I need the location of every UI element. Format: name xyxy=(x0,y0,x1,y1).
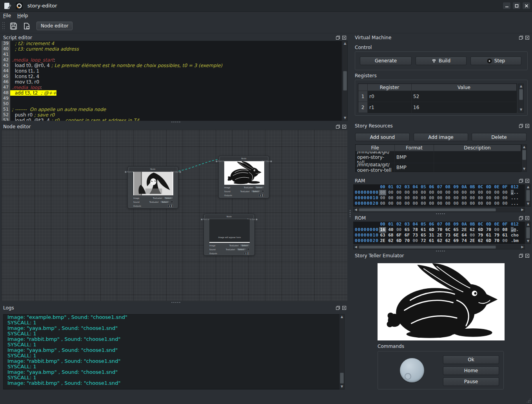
hex-byte[interactable]: 00 xyxy=(412,195,419,201)
rom-panel-header[interactable]: ROM xyxy=(352,215,532,221)
logs-output[interactable]: Image: "example.bmp" , Sound: "choose1.s… xyxy=(3,314,341,389)
close-panel-icon[interactable] xyxy=(342,124,347,129)
hex-byte[interactable]: 63 xyxy=(379,233,386,238)
script-line[interactable]: 46 mov t3, r0 xyxy=(2,79,342,85)
rom-vscrollbar[interactable]: ▲ ▼ xyxy=(525,222,531,244)
close-panel-icon[interactable] xyxy=(342,35,347,40)
resource-row[interactable]: /mnt/data/git/open-story-tell…BMP xyxy=(356,151,521,163)
hex-byte[interactable]: 78 xyxy=(412,227,419,233)
hex-byte[interactable]: 00 xyxy=(436,201,443,206)
script-line[interactable]: 44 lcons t1, 1 xyxy=(2,68,342,74)
script-line[interactable]: 39 ; t2: increment 4 xyxy=(2,41,342,46)
hex-byte[interactable]: 00 xyxy=(396,201,403,206)
hex-byte[interactable]: 68 xyxy=(387,233,394,238)
scroll-down-arrow-icon[interactable]: ▼ xyxy=(519,107,523,112)
port-dot[interactable] xyxy=(179,171,181,173)
hex-byte[interactable]: 00 xyxy=(493,201,500,206)
node-editor-toggle-button[interactable]: Node editor xyxy=(36,22,73,30)
ram-panel-header[interactable]: RAM xyxy=(352,178,532,184)
scroll-down-arrow-icon[interactable]: ▼ xyxy=(526,202,530,206)
hex-byte[interactable]: 00 xyxy=(493,195,500,201)
hex-byte[interactable]: 62 xyxy=(387,238,394,244)
rom-hscrollbar[interactable]: ◀ ▶ xyxy=(353,245,525,249)
float-panel-icon[interactable] xyxy=(519,216,523,220)
hex-byte[interactable]: 73 xyxy=(412,233,419,238)
toolbar-drag-handle[interactable] xyxy=(2,22,5,30)
hex-byte[interactable]: 79 xyxy=(477,233,484,238)
hex-row[interactable]: 000000202E626D70007261626269742E626D7000… xyxy=(353,238,525,244)
node-port-in[interactable]: Port In xyxy=(125,171,133,173)
hex-byte[interactable]: 00 xyxy=(403,190,410,195)
sound-play-button[interactable] xyxy=(247,248,250,251)
script-editor-textarea[interactable]: 39 ; t2: increment 440 ; t3: current med… xyxy=(2,41,342,121)
hex-byte[interactable]: 31 xyxy=(428,233,435,238)
scroll-up-arrow-icon[interactable]: ▲ xyxy=(526,222,530,227)
hex-byte[interactable]: 62 xyxy=(436,238,443,244)
hex-byte[interactable]: 65 xyxy=(403,227,410,233)
script-line[interactable]: 47.media_loop: xyxy=(2,85,342,90)
hex-byte[interactable]: 00 xyxy=(396,227,403,233)
hex-byte[interactable]: 00 xyxy=(403,201,410,206)
sound-play-button[interactable] xyxy=(261,190,264,193)
node-image-preview[interactable]: Image will appear here xyxy=(209,219,250,243)
spin-arrows[interactable]: ▲▼ xyxy=(262,194,264,197)
hex-byte[interactable]: 00 xyxy=(403,195,410,201)
hex-byte[interactable]: 61 xyxy=(501,233,508,238)
logs-vscrollbar[interactable]: ▲ ▼ xyxy=(339,314,345,389)
close-panel-icon[interactable] xyxy=(525,35,530,40)
float-panel-icon[interactable] xyxy=(336,124,340,129)
ram-vscrollbar[interactable]: ▲ ▼ xyxy=(525,184,531,207)
outputs-spinbox[interactable]: 1▲▼ xyxy=(244,252,250,255)
hex-byte[interactable]: 73 xyxy=(444,233,451,238)
register-row[interactable]: 1r052 xyxy=(358,91,517,102)
hex-byte[interactable]: 16 xyxy=(379,227,386,233)
hex-byte[interactable]: 6F xyxy=(403,233,410,238)
float-panel-icon[interactable] xyxy=(519,35,523,40)
image-select-button[interactable]: Select xyxy=(240,244,250,247)
scroll-right-arrow-icon[interactable]: ▶ xyxy=(520,245,525,249)
port-dot[interactable] xyxy=(270,160,272,162)
scroll-down-arrow-icon[interactable]: ▼ xyxy=(522,167,527,171)
float-panel-icon[interactable] xyxy=(336,35,340,40)
hex-byte[interactable]: 00 xyxy=(379,195,386,201)
hex-byte[interactable]: 00 xyxy=(461,195,468,201)
node-image-preview[interactable] xyxy=(133,172,173,195)
image-select-button[interactable]: Select xyxy=(163,197,173,199)
close-panel-icon[interactable] xyxy=(525,124,530,128)
hex-byte[interactable]: 6D xyxy=(428,227,435,233)
outputs-spinbox[interactable]: 1▲▼ xyxy=(258,194,264,197)
logs-panel-header[interactable]: Logs xyxy=(0,305,349,311)
hex-byte[interactable]: 61 xyxy=(485,233,492,238)
hex-byte[interactable]: 00 xyxy=(461,201,468,206)
add-sound-button[interactable]: Add sound xyxy=(355,133,410,141)
sound-select-button[interactable]: Select xyxy=(251,190,261,193)
close-panel-icon[interactable] xyxy=(342,306,347,310)
window-resize-grip[interactable] xyxy=(526,398,531,403)
rotary-knob[interactable] xyxy=(400,358,424,382)
script-line[interactable]: 51; ------- On appelle un autre media no… xyxy=(2,107,342,112)
hex-byte[interactable]: 00 xyxy=(412,238,419,244)
scroll-right-arrow-icon[interactable]: ▶ xyxy=(520,208,525,212)
hex-byte[interactable]: 6C xyxy=(444,227,451,233)
script-line[interactable]: 41 xyxy=(2,52,342,57)
register-row[interactable]: 2r116 xyxy=(358,102,517,113)
scroll-left-arrow-icon[interactable]: ◀ xyxy=(354,245,358,249)
scroll-down-arrow-icon[interactable]: ▼ xyxy=(340,384,344,389)
script-line[interactable]: 52 push r0 ; save r0 xyxy=(2,112,342,118)
script-line[interactable]: 50 xyxy=(2,101,342,107)
hex-row[interactable]: 0000001063686F6F7365312E736E640079617961… xyxy=(353,233,525,238)
pause-button[interactable]: Pause xyxy=(443,377,499,386)
script-line[interactable]: 53 load r0, @t3, 4 ; r0 content in ram a… xyxy=(2,118,342,121)
hex-byte[interactable]: 2E xyxy=(436,233,443,238)
splitter-handle[interactable] xyxy=(436,250,446,252)
hex-byte[interactable]: 00 xyxy=(501,190,508,195)
hex-byte[interactable]: 00 xyxy=(461,190,468,195)
hex-byte[interactable]: 00 xyxy=(477,195,484,201)
sound-select-button[interactable]: Select xyxy=(160,200,170,203)
node-editor-canvas[interactable]: NodePort InPort OutImageTextLabelSelectS… xyxy=(2,130,347,301)
hex-byte[interactable]: 00 xyxy=(444,190,451,195)
home-button[interactable]: Home xyxy=(443,366,499,375)
hex-byte[interactable]: 00 xyxy=(469,233,476,238)
hex-byte[interactable]: 2E xyxy=(469,238,476,244)
spin-arrows[interactable]: ▲▼ xyxy=(247,252,249,255)
